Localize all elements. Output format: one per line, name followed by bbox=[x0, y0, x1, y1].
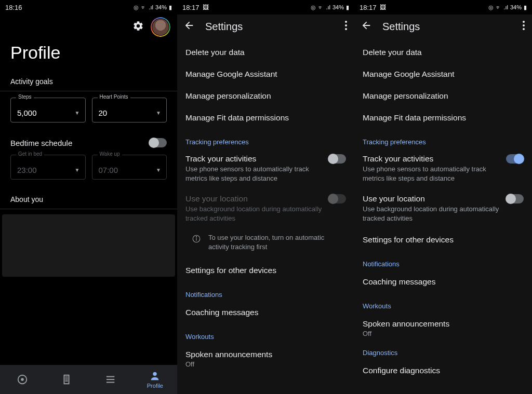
settings-title: Settings bbox=[382, 21, 512, 33]
signal-icon: .ıl bbox=[326, 4, 330, 10]
status-bar: 18:16 ◎ ᯤ .ıl 34% ▮ bbox=[0, 0, 177, 15]
signal-icon: .ıl bbox=[149, 4, 153, 10]
use-location-toggle[interactable] bbox=[506, 194, 524, 203]
location-info-text: To use your location, turn on automatic … bbox=[208, 233, 346, 252]
bedtime-toggle[interactable] bbox=[149, 138, 167, 147]
steps-label: Steps bbox=[16, 94, 34, 100]
spoken-value: Off bbox=[363, 330, 524, 337]
use-location-item: Use your location Use background locatio… bbox=[185, 189, 346, 229]
chevron-down-icon: ▼ bbox=[156, 110, 161, 116]
manage-fit-permissions-item[interactable]: Manage Fit data permissions bbox=[185, 107, 346, 129]
diagnostics-header: Diagnostics bbox=[363, 339, 524, 360]
wake-up-dropdown[interactable]: Wake up 07:00 ▼ bbox=[92, 155, 167, 180]
delete-data-item[interactable]: Delete your data bbox=[363, 42, 524, 63]
manage-fit-permissions-item[interactable]: Manage Fit data permissions bbox=[363, 107, 524, 129]
status-bar: 18:17 🖼 ◎ ᯤ .ıl 34% ▮ bbox=[177, 0, 354, 15]
nav-journal[interactable] bbox=[44, 365, 88, 394]
more-menu-icon[interactable] bbox=[345, 21, 348, 33]
spoken-title: Spoken announcements bbox=[363, 319, 524, 329]
wake-up-label: Wake up bbox=[98, 151, 122, 157]
manage-assistant-item[interactable]: Manage Google Assistant bbox=[185, 63, 346, 85]
other-devices-item[interactable]: Settings for other devices bbox=[363, 229, 524, 251]
divider bbox=[0, 209, 177, 209]
manage-personalization-item[interactable]: Manage personalization bbox=[363, 85, 524, 107]
settings-gear-icon[interactable] bbox=[132, 20, 144, 34]
svg-point-3 bbox=[107, 379, 108, 380]
battery-text: 34% bbox=[155, 4, 167, 10]
spoken-announcements-item[interactable]: Spoken announcements Off bbox=[363, 313, 524, 339]
tracking-preferences-header: Tracking preferences bbox=[363, 129, 524, 149]
coaching-messages-item[interactable]: Coaching messages bbox=[363, 271, 524, 293]
coaching-messages-item[interactable]: Coaching messages bbox=[185, 302, 346, 323]
battery-icon: ▮ bbox=[169, 4, 172, 11]
status-time: 18:16 bbox=[5, 4, 22, 11]
notifications-header: Notifications bbox=[185, 281, 346, 302]
heart-points-label: Heart Points bbox=[98, 94, 130, 100]
configure-diagnostics-item[interactable]: Configure diagnostics bbox=[363, 360, 524, 375]
track-activities-item[interactable]: Track your activities Use phone sensors … bbox=[185, 149, 346, 189]
chevron-down-icon: ▼ bbox=[156, 167, 161, 173]
heart-points-value: 20 bbox=[99, 108, 108, 117]
track-activities-toggle[interactable] bbox=[506, 154, 524, 164]
track-activities-title: Track your activities bbox=[363, 154, 500, 164]
bedtime-schedule-label: Bedtime schedule bbox=[10, 139, 72, 147]
steps-dropdown[interactable]: Steps 5,000 ▼ bbox=[10, 98, 86, 123]
battery-icon: ▮ bbox=[346, 4, 349, 11]
tracking-preferences-header: Tracking preferences bbox=[185, 129, 346, 149]
back-button[interactable] bbox=[183, 20, 195, 33]
workouts-header: Workouts bbox=[363, 293, 524, 313]
svg-point-7 bbox=[345, 24, 347, 26]
get-in-bed-value: 23:00 bbox=[17, 166, 37, 174]
page-title: Profile bbox=[0, 43, 177, 74]
spoken-title: Spoken announcements bbox=[185, 350, 346, 359]
use-location-title: Use your location bbox=[363, 194, 500, 203]
nav-browse[interactable] bbox=[89, 365, 133, 394]
chevron-down-icon: ▼ bbox=[75, 110, 80, 116]
picture-icon: 🖼 bbox=[380, 4, 386, 11]
spoken-announcements-item[interactable]: Spoken announcements Off bbox=[185, 344, 346, 369]
nav-profile[interactable]: Profile bbox=[133, 365, 177, 394]
profile-avatar[interactable] bbox=[151, 18, 170, 36]
track-activities-item[interactable]: Track your activities Use phone sensors … bbox=[363, 149, 524, 189]
manage-assistant-item[interactable]: Manage Google Assistant bbox=[363, 63, 524, 85]
nav-home[interactable] bbox=[0, 365, 44, 394]
hotspot-icon: ◎ bbox=[134, 4, 139, 11]
use-location-item[interactable]: Use your location Use background locatio… bbox=[363, 189, 524, 229]
about-you-card[interactable] bbox=[2, 214, 175, 277]
spoken-value: Off bbox=[185, 360, 346, 368]
wake-up-value: 07:00 bbox=[99, 166, 118, 174]
hotspot-icon: ◎ bbox=[311, 4, 316, 11]
other-devices-item[interactable]: Settings for other devices bbox=[185, 260, 346, 281]
battery-icon: ▮ bbox=[524, 4, 527, 11]
svg-point-12 bbox=[523, 21, 525, 23]
get-in-bed-dropdown[interactable]: Get in bed 23:00 ▼ bbox=[10, 155, 86, 180]
battery-text: 34% bbox=[510, 4, 522, 10]
svg-point-11 bbox=[196, 237, 196, 237]
notifications-header: Notifications bbox=[363, 251, 524, 271]
info-icon bbox=[192, 234, 201, 243]
wifi-icon: ᯤ bbox=[141, 4, 147, 10]
use-location-title: Use your location bbox=[185, 194, 322, 203]
delete-data-item[interactable]: Delete your data bbox=[185, 42, 346, 63]
status-bar: 18:17 🖼 ◎ ᯤ .ıl 34% ▮ bbox=[354, 0, 532, 15]
get-in-bed-label: Get in bed bbox=[16, 151, 44, 157]
back-button[interactable] bbox=[361, 20, 372, 33]
svg-point-2 bbox=[107, 376, 108, 377]
manage-personalization-item[interactable]: Manage personalization bbox=[185, 85, 346, 107]
chevron-down-icon: ▼ bbox=[75, 167, 80, 173]
heart-points-dropdown[interactable]: Heart Points 20 ▼ bbox=[92, 98, 167, 123]
track-activities-desc: Use phone sensors to automatically track… bbox=[363, 165, 500, 183]
track-activities-toggle[interactable] bbox=[328, 154, 346, 164]
use-location-toggle bbox=[328, 194, 346, 203]
wifi-icon: ᯤ bbox=[496, 4, 501, 10]
svg-point-13 bbox=[523, 24, 525, 26]
use-location-desc: Use background location during automatic… bbox=[363, 205, 500, 223]
track-activities-desc: Use phone sensors to automatically track… bbox=[185, 165, 322, 183]
location-info-row: To use your location, turn on automatic … bbox=[185, 229, 346, 259]
picture-icon: 🖼 bbox=[203, 4, 209, 11]
use-location-desc: Use background location during automatic… bbox=[185, 205, 322, 223]
svg-point-5 bbox=[153, 372, 157, 376]
activity-goals-header: Activity goals bbox=[0, 74, 177, 91]
signal-icon: .ıl bbox=[503, 4, 508, 10]
more-menu-icon[interactable] bbox=[523, 21, 526, 33]
